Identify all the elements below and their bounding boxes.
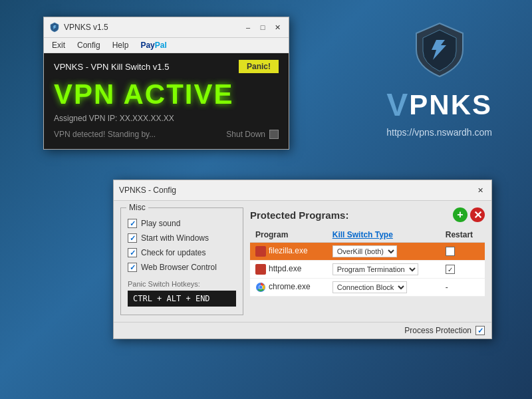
web-browser-row: Web Browser Control <box>128 263 236 272</box>
vpn-title-text: VPNKS v1.5 <box>64 23 108 32</box>
web-browser-checkbox[interactable] <box>128 263 137 272</box>
start-windows-checkbox[interactable] <box>128 233 137 243</box>
menu-paypal[interactable]: PayPal <box>135 39 172 51</box>
vpn-titlebar: VPNKS v1.5 – □ ✕ <box>44 17 289 38</box>
minimize-button[interactable]: – <box>242 21 254 33</box>
config-title-text: VPNKS - Config <box>119 186 176 195</box>
process-protection-label: Process Protection <box>404 326 471 335</box>
play-sound-row: Play sound <box>128 219 236 228</box>
menu-exit[interactable]: Exit <box>47 39 70 51</box>
chrome-icon <box>255 282 266 293</box>
table-header-row: Program Kill Switch Type Restart <box>250 227 485 243</box>
vpn-title-icon <box>49 22 60 33</box>
panic-button[interactable]: Panic! <box>239 60 279 73</box>
programs-panel: Protected Programs: + ✕ Program Kill Swi… <box>250 207 485 315</box>
col-kill-switch-header: Kill Switch Type <box>327 227 440 243</box>
shutdown-label: Shut Down <box>226 130 265 139</box>
programs-table: Program Kill Switch Type Restart filezil… <box>250 227 485 297</box>
play-sound-checkbox[interactable] <box>128 219 137 228</box>
misc-panel: Misc Play sound Start with Windows Check… <box>120 207 243 315</box>
table-row: httpd.exe Program Termination <box>250 261 485 279</box>
maximize-button[interactable]: □ <box>257 21 269 33</box>
svg-point-2 <box>259 286 263 289</box>
restart-filezilla <box>440 243 485 261</box>
vpn-menubar: Exit Config Help PayPal <box>44 38 289 53</box>
col-restart-header: Restart <box>440 227 485 243</box>
hotkeys-value: CTRL + ALT + END <box>128 291 236 307</box>
programs-buttons: + ✕ <box>453 207 485 222</box>
paypal-pal: Pal <box>155 41 167 50</box>
programs-title: Protected Programs: <box>250 209 348 221</box>
restart-checkbox-httpd[interactable] <box>446 265 455 274</box>
kill-switch-select-chrome[interactable]: Connection Block <box>332 281 407 293</box>
logo-area: VPNKS https://vpns.nswardh.com <box>386 20 492 138</box>
start-windows-row: Start with Windows <box>128 233 236 243</box>
vpn-window: VPNKS v1.5 – □ ✕ Exit Config Help PayPal… <box>43 17 289 150</box>
vpn-content: VPNKS - VPN Kill Switch v1.5 Panic! VPN … <box>44 53 289 149</box>
col-program-header: Program <box>250 227 327 243</box>
vpn-header-text: VPNKS - VPN Kill Switch v1.5 <box>54 62 169 72</box>
shutdown-checkbox[interactable] <box>269 130 279 139</box>
programs-header: Protected Programs: + ✕ <box>250 207 485 222</box>
kill-switch-httpd: Program Termination <box>327 261 440 279</box>
program-name-httpd: httpd.exe <box>250 261 327 279</box>
misc-legend: Misc <box>126 203 148 212</box>
program-name-filezilla: filezilla.exe <box>250 243 327 261</box>
restart-chrome: - <box>440 279 485 297</box>
config-titlebar: VPNKS - Config ✕ <box>114 180 491 201</box>
restart-httpd <box>440 261 485 279</box>
kill-switch-select-httpd[interactable]: Program Termination <box>332 263 418 275</box>
config-body: Misc Play sound Start with Windows Check… <box>114 201 491 322</box>
shutdown-row: Shut Down <box>226 130 279 139</box>
start-windows-label: Start with Windows <box>141 233 209 243</box>
window-controls: – □ ✕ <box>242 21 283 33</box>
check-updates-checkbox[interactable] <box>128 248 137 257</box>
vpn-status-row: VPN detected! Standing by... Shut Down <box>54 130 279 139</box>
kill-switch-select-filezilla[interactable]: OverKill (both) <box>332 245 397 257</box>
remove-program-button[interactable]: ✕ <box>470 207 485 222</box>
logo-text: VPNKS <box>386 86 492 123</box>
restart-checkbox-filezilla[interactable] <box>446 247 455 256</box>
web-browser-label: Web Browser Control <box>141 263 217 272</box>
menu-help[interactable]: Help <box>107 39 134 51</box>
table-row: filezilla.exe OverKill (both) <box>250 243 485 261</box>
play-sound-label: Play sound <box>141 219 180 228</box>
vpn-detected-text: VPN detected! Standing by... <box>54 130 156 139</box>
logo-url: https://vpns.nswardh.com <box>386 127 492 138</box>
httpd-icon <box>255 264 266 275</box>
kill-switch-filezilla: OverKill (both) <box>327 243 440 261</box>
paypal-p: Pay <box>140 41 154 50</box>
config-close-button[interactable]: ✕ <box>474 184 486 196</box>
vpn-ip-display: Assigned VPN IP: XX.XXX.XX.XX <box>54 114 279 123</box>
close-button[interactable]: ✕ <box>271 21 283 33</box>
program-name-chrome: chrome.exe <box>250 279 327 297</box>
logo-v: V <box>386 86 409 123</box>
check-updates-row: Check for updates <box>128 248 236 257</box>
process-protection-checkbox[interactable] <box>475 326 485 335</box>
config-window: VPNKS - Config ✕ Misc Play sound Start w… <box>113 180 492 339</box>
vpn-active-status: VPN ACTIVE <box>54 78 279 110</box>
add-program-button[interactable]: + <box>453 207 467 222</box>
filezilla-icon <box>255 246 266 257</box>
config-footer: Process Protection <box>114 322 491 338</box>
titlebar-left: VPNKS v1.5 <box>49 22 108 33</box>
hotkeys-label: Panic Switch Hotkeys: <box>128 280 236 288</box>
menu-config[interactable]: Config <box>72 39 106 51</box>
table-row: chrome.exe Connection Block - <box>250 279 485 297</box>
shield-logo-icon <box>413 20 466 80</box>
vpn-header-row: VPNKS - VPN Kill Switch v1.5 Panic! <box>54 60 279 73</box>
check-updates-label: Check for updates <box>141 248 205 257</box>
kill-switch-chrome: Connection Block <box>327 279 440 297</box>
